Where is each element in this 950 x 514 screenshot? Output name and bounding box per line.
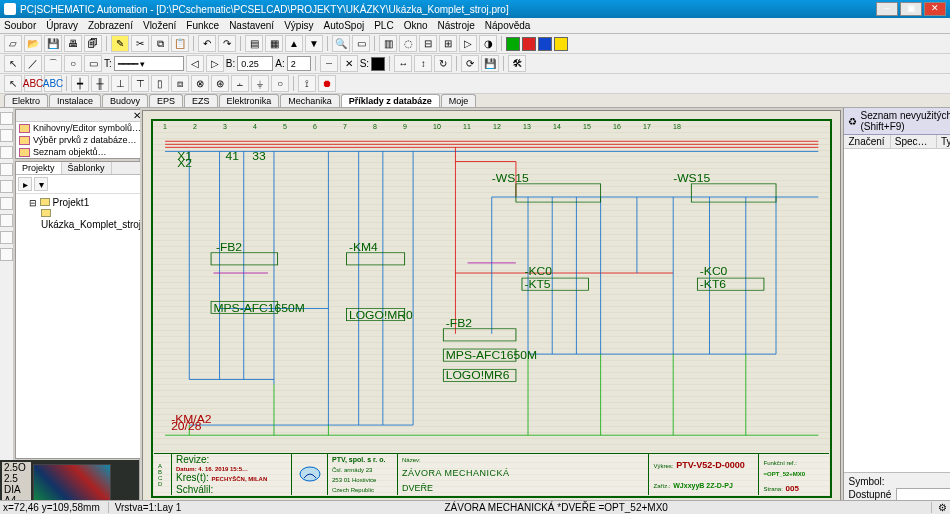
status-wheel-icon[interactable]: ⚙ <box>931 502 947 513</box>
menu-nástroje[interactable]: Nástroje <box>438 20 475 31</box>
tools-icon[interactable]: 🛠 <box>508 55 526 72</box>
menu-nastavení[interactable]: Nastavení <box>229 20 274 31</box>
zoom-icon[interactable]: 🔍 <box>332 35 350 52</box>
tab-5[interactable]: Elektronika <box>219 94 280 107</box>
menu-plc[interactable]: PLC <box>374 20 393 31</box>
minimize-button[interactable]: – <box>876 2 898 16</box>
sym-node-icon[interactable]: ┿ <box>71 75 89 92</box>
save-icon[interactable]: 💾 <box>44 35 62 52</box>
save2-icon[interactable]: 💾 <box>481 55 499 72</box>
snap-v-icon[interactable]: ↕ <box>414 55 432 72</box>
circle-icon[interactable]: ○ <box>64 55 82 72</box>
panel-item-2[interactable]: Seznam objektů… <box>16 146 144 158</box>
rect-icon[interactable]: ▭ <box>84 55 102 72</box>
rcol-1[interactable]: Spec… <box>891 135 937 148</box>
sym-lamp-icon[interactable]: ⊛ <box>211 75 229 92</box>
cursor-icon[interactable]: ↖ <box>4 55 22 72</box>
sym-abc2-icon[interactable]: ABC <box>44 75 62 92</box>
tool1-icon[interactable] <box>0 112 13 125</box>
sym-switch-icon[interactable]: ⫠ <box>231 75 249 92</box>
rcol-2[interactable]: Typ <box>937 135 950 148</box>
socket-icon[interactable]: ◌ <box>399 35 417 52</box>
undo-icon[interactable]: ↶ <box>198 35 216 52</box>
color-green[interactable] <box>506 37 520 51</box>
cut-icon[interactable]: ✂ <box>131 35 149 52</box>
b-value[interactable]: 0.25 <box>237 56 273 71</box>
tab-8[interactable]: Moje <box>441 94 477 107</box>
right-list[interactable] <box>844 149 950 472</box>
current-color[interactable] <box>371 57 385 71</box>
sym-contact-icon[interactable]: ╫ <box>91 75 109 92</box>
tool5-icon[interactable] <box>0 180 13 193</box>
arc-icon[interactable]: ⌒ <box>44 55 62 72</box>
menu-okno[interactable]: Okno <box>404 20 428 31</box>
dash-icon[interactable]: ┄ <box>320 55 338 72</box>
sym-contactno-icon[interactable]: ⊥ <box>111 75 129 92</box>
rcol-0[interactable]: Značení <box>844 135 890 148</box>
cross-icon[interactable]: ✕ <box>340 55 358 72</box>
menu-nápověda[interactable]: Nápověda <box>485 20 531 31</box>
tool9-icon[interactable] <box>0 248 13 261</box>
prev-icon[interactable]: ▲ <box>285 35 303 52</box>
sym-ground-icon[interactable]: ⏚ <box>251 75 269 92</box>
sym-contactnc-icon[interactable]: ⊤ <box>131 75 149 92</box>
tab-2[interactable]: Budovy <box>102 94 148 107</box>
sym-record-icon[interactable]: ⏺ <box>318 75 336 92</box>
color-blue[interactable] <box>538 37 552 51</box>
new-icon[interactable]: ▱ <box>4 35 22 52</box>
sym-measure-icon[interactable]: ⟟ <box>298 75 316 92</box>
contact-icon[interactable]: ⊞ <box>439 35 457 52</box>
tab-1[interactable]: Instalace <box>49 94 101 107</box>
proj-tab-1[interactable]: Šablonky <box>62 162 112 174</box>
db-icon[interactable]: ▦ <box>265 35 283 52</box>
menu-funkce[interactable]: Funkce <box>186 20 219 31</box>
tree-collapse-icon[interactable]: ▾ <box>34 177 48 191</box>
menu-soubor[interactable]: Soubor <box>4 20 36 31</box>
diode-icon[interactable]: ▷ <box>459 35 477 52</box>
sym-motorsw-icon[interactable]: ⊗ <box>191 75 209 92</box>
panel-item-0[interactable]: Knihovny/Editor symbolů… <box>16 122 144 134</box>
drawing-canvas[interactable]: 123456789101112131415161718 <box>142 110 841 507</box>
pencil-icon[interactable]: ✎ <box>111 35 129 52</box>
tab-4[interactable]: EZS <box>184 94 218 107</box>
open-icon[interactable]: 📂 <box>24 35 42 52</box>
tab-0[interactable]: Elektro <box>4 94 48 107</box>
tab-6[interactable]: Mechanika <box>280 94 340 107</box>
sym-letters-icon[interactable]: ABC <box>24 75 42 92</box>
reload-icon[interactable]: ⟳ <box>461 55 479 72</box>
panel-item-1[interactable]: Výběr prvků z databáze… <box>16 134 144 146</box>
refresh-icon[interactable]: ↻ <box>434 55 452 72</box>
print-icon[interactable]: 🖶 <box>64 35 82 52</box>
led-icon[interactable]: ◑ <box>479 35 497 52</box>
tree-root[interactable]: ⊟ Projekt1 <box>19 197 141 209</box>
menu-autospoj[interactable]: AutoSpoj <box>324 20 365 31</box>
paste-icon[interactable]: 📋 <box>171 35 189 52</box>
next-icon[interactable]: ▼ <box>305 35 323 52</box>
sym-select-icon[interactable]: ↖ <box>4 75 22 92</box>
tree-expand-icon[interactable]: ▸ <box>18 177 32 191</box>
component-box-icon[interactable]: ▥ <box>379 35 397 52</box>
tool8-icon[interactable] <box>0 231 13 244</box>
book-icon[interactable]: ▤ <box>245 35 263 52</box>
color-yellow[interactable] <box>554 37 568 51</box>
sym-coil-icon[interactable]: ▯ <box>151 75 169 92</box>
line-style-select[interactable]: ━━━━ ▾ <box>114 56 184 71</box>
printall-icon[interactable]: 🗐 <box>84 35 102 52</box>
line-icon[interactable]: ／ <box>24 55 42 72</box>
tool4-icon[interactable] <box>0 163 13 176</box>
tab-3[interactable]: EPS <box>149 94 183 107</box>
proj-tab-0[interactable]: Projekty <box>16 162 62 174</box>
tool7-icon[interactable] <box>0 214 13 227</box>
tool6-icon[interactable] <box>0 197 13 210</box>
tool3-icon[interactable] <box>0 146 13 159</box>
menu-úpravy[interactable]: Úpravy <box>46 20 78 31</box>
maximize-button[interactable]: ▣ <box>900 2 922 16</box>
tab-7[interactable]: Příklady z databáze <box>341 94 440 107</box>
color-red[interactable] <box>522 37 536 51</box>
tool2-icon[interactable] <box>0 129 13 142</box>
close-button[interactable]: ✕ <box>924 2 946 16</box>
endcap-left-icon[interactable]: ◁ <box>186 55 204 72</box>
a-value[interactable]: 2 <box>287 56 311 71</box>
menu-výpisy[interactable]: Výpisy <box>284 20 313 31</box>
sym-term-icon[interactable]: ○ <box>271 75 289 92</box>
